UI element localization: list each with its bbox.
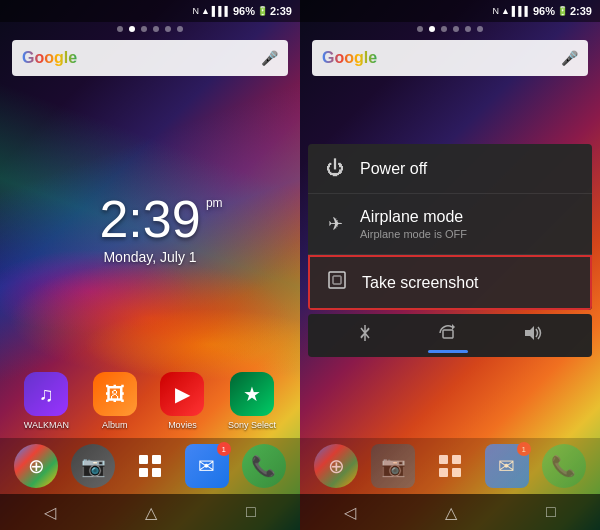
album-label: Album [102,420,128,430]
walkman-label: WALKMAN [24,420,69,430]
clock-date: Monday, July 1 [103,249,196,265]
ampm: pm [206,197,223,209]
rdot-1 [417,26,423,32]
menu-item-airplane[interactable]: ✈ Airplane mode Airplane mode is OFF [308,194,592,255]
message-badge: 1 [217,442,231,456]
power-off-title: Power off [360,160,576,178]
dot-2 [129,26,135,32]
left-phone-content: N ▲ ▌▌▌ 96% 🔋 2:39 Google 🎤 2:39pm [0,0,300,530]
movies-label: Movies [168,420,197,430]
dock-phone[interactable]: 📞 [242,444,286,488]
walkman-icon: ♫ [24,372,68,416]
svg-rect-12 [452,468,461,477]
back-button-right[interactable]: ◁ [344,503,356,522]
mic-icon-right: 🎤 [561,50,578,66]
rdot-2 [429,26,435,32]
power-off-icon: ⏻ [324,158,346,179]
status-bar-right: N ▲ ▌▌▌ 96% 🔋 2:39 [300,0,600,22]
power-menu: ⏻ Power off ✈ Airplane mode Airplane mod… [308,144,592,310]
back-button-left[interactable]: ◁ [44,503,56,522]
qs-bluetooth-icon[interactable] [357,324,373,347]
dock-chrome-right[interactable]: ⊕ [314,444,358,488]
qs-rotate-icon[interactable] [438,324,458,347]
power-off-text: Power off [360,160,576,178]
home-button-right[interactable]: △ [445,503,457,522]
clock-area-left: 2:39pm Monday, July 1 [0,84,300,364]
google-logo-right: Google [322,49,377,67]
home-button-left[interactable]: △ [145,503,157,522]
dot-1 [117,26,123,32]
app-album[interactable]: 🖼 Album [93,372,137,430]
svg-rect-10 [452,455,461,464]
svg-marker-6 [452,324,455,330]
signal-icon-right: ▌▌▌ [512,6,531,16]
clock-status-right: 2:39 [570,5,592,17]
svg-marker-8 [525,326,534,340]
nav-bar-right: ◁ △ □ [300,494,600,530]
menu-item-power-off[interactable]: ⏻ Power off [308,144,592,194]
dock-messages[interactable]: ✉ 1 [185,444,229,488]
time-value: 2:39 [99,190,200,248]
recent-button-left[interactable]: □ [246,503,256,521]
app-movies[interactable]: ▶ Movies [160,372,204,430]
qs-bar [428,350,468,353]
bottom-dock-left: ⊕ 📷 ✉ 1 📞 [0,438,300,494]
google-logo-left: Google [22,49,77,67]
screenshot-icon [326,271,348,294]
airplane-text: Airplane mode Airplane mode is OFF [360,208,576,240]
nav-bar-left: ◁ △ □ [0,494,300,530]
svg-rect-7 [443,330,453,338]
airplane-icon: ✈ [324,213,346,235]
dock-phone-right[interactable]: 📞 [542,444,586,488]
clock-time-display: 2:39pm [99,193,200,245]
search-bar-left[interactable]: Google 🎤 [12,40,288,76]
svg-rect-3 [152,468,161,477]
status-icons-left: N ▲ ▌▌▌ 96% 🔋 2:39 [192,5,292,17]
menu-item-screenshot[interactable]: Take screenshot [308,255,592,310]
app-sony-select[interactable]: ★ Sony Select [228,372,276,430]
sony-select-label: Sony Select [228,420,276,430]
battery-text-right: 96% [533,5,555,17]
message-badge-right: 1 [517,442,531,456]
screenshot-title: Take screenshot [362,274,574,292]
app-walkman[interactable]: ♫ WALKMAN [24,372,69,430]
battery-text-left: 96% [233,5,255,17]
dock-chrome[interactable]: ⊕ [14,444,58,488]
svg-rect-9 [439,455,448,464]
screenshot-text: Take screenshot [362,274,574,292]
right-phone-panel: N ▲ ▌▌▌ 96% 🔋 2:39 Google 🎤 [300,0,600,530]
app-grid-left: ♫ WALKMAN 🖼 Album ▶ Movies ★ Sony Select [0,364,300,438]
dot-5 [165,26,171,32]
rdot-4 [453,26,459,32]
status-bar-left: N ▲ ▌▌▌ 96% 🔋 2:39 [0,0,300,22]
wifi-icon-right: ▲ [501,6,510,16]
mic-icon-left: 🎤 [261,50,278,66]
dot-4 [153,26,159,32]
dock-apps[interactable] [128,444,172,488]
bottom-dock-right: ⊕ 📷 ✉ 1 📞 [300,438,600,494]
svg-rect-1 [152,455,161,464]
svg-rect-5 [333,276,341,284]
nfc-icon-right: N [492,6,499,16]
svg-rect-0 [139,455,148,464]
dock-apps-right[interactable] [428,444,472,488]
svg-rect-11 [439,468,448,477]
dock-camera[interactable]: 📷 [71,444,115,488]
dock-camera-right[interactable]: 📷 [371,444,415,488]
qs-volume-icon[interactable] [523,324,543,347]
airplane-title: Airplane mode [360,208,576,226]
dock-messages-right[interactable]: ✉ 1 [485,444,529,488]
sony-select-icon: ★ [230,372,274,416]
signal-icon: ▌▌▌ [212,6,231,16]
rdot-6 [477,26,483,32]
quick-settings-panel [308,314,592,357]
svg-rect-4 [329,272,345,288]
airplane-subtitle: Airplane mode is OFF [360,228,576,240]
search-bar-right[interactable]: Google 🎤 [312,40,588,76]
right-phone-content: N ▲ ▌▌▌ 96% 🔋 2:39 Google 🎤 [300,0,600,530]
page-dots-left [0,22,300,36]
album-icon: 🖼 [93,372,137,416]
svg-rect-2 [139,468,148,477]
recent-button-right[interactable]: □ [546,503,556,521]
nfc-icon: N [192,6,199,16]
